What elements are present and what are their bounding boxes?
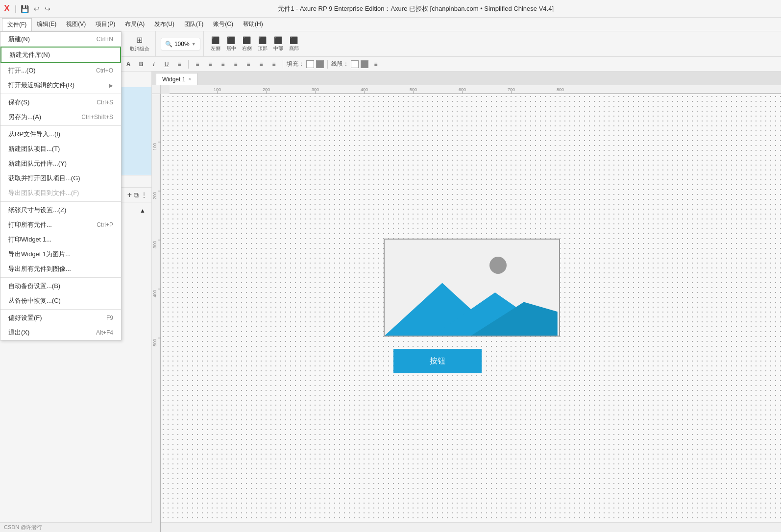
menu-new-team-library[interactable]: 新建团队元件库...(Y) bbox=[0, 156, 121, 171]
menu-new-team-project[interactable]: 新建团队项目...(T) bbox=[0, 142, 121, 156]
align-right-label: 右侧 bbox=[242, 45, 252, 52]
fill-color-box[interactable] bbox=[306, 60, 314, 68]
underline-button[interactable]: U bbox=[161, 59, 172, 70]
canvas-tab-close-icon[interactable]: × bbox=[188, 76, 191, 82]
align-middle-fmt-button[interactable]: ≡ bbox=[256, 59, 267, 70]
horizontal-ruler: 100 200 300 400 500 600 700 bbox=[170, 85, 781, 94]
bold-button[interactable]: B bbox=[136, 59, 146, 70]
menu-recent-label: 打开最近编辑的文件(R) bbox=[8, 81, 74, 90]
menu-new-shortcut: Ctrl+N bbox=[97, 36, 113, 43]
align-bottom-button[interactable]: ⬛ 底部 bbox=[287, 35, 301, 53]
align-center-button[interactable]: ⬛ 居中 bbox=[224, 35, 238, 53]
menu-item-publish[interactable]: 发布(U) bbox=[149, 18, 179, 30]
button-widget[interactable]: 按钮 bbox=[393, 349, 482, 373]
svg-text:200: 200 bbox=[152, 192, 157, 199]
menu-item-team[interactable]: 团队(T) bbox=[179, 18, 208, 30]
menu-open-label: 打开...(O) bbox=[8, 66, 36, 75]
align-top-button[interactable]: ⬛ 顶部 bbox=[256, 35, 269, 53]
menu-export-all-img-label: 导出所有元件到图像... bbox=[8, 265, 71, 273]
zoom-dropdown-icon: ▼ bbox=[192, 42, 196, 47]
align-middle-button[interactable]: ⬛ 中部 bbox=[271, 35, 285, 53]
widget-section-arrow[interactable]: ▲ bbox=[140, 207, 146, 214]
ungroup-button[interactable]: ⊞ 取消组合 bbox=[127, 33, 152, 54]
menu-item-file[interactable]: 文件(F) bbox=[2, 18, 32, 31]
svg-text:400: 400 bbox=[152, 290, 157, 297]
image-widget[interactable] bbox=[384, 239, 560, 337]
menu-import-rp[interactable]: 从RP文件导入...(I) bbox=[0, 127, 121, 142]
menu-save-shortcut: Ctrl+S bbox=[97, 99, 113, 106]
stroke-dark-box[interactable] bbox=[361, 60, 368, 68]
fill-dark-color-box[interactable] bbox=[316, 60, 324, 68]
align-right-icon: ⬛ bbox=[243, 36, 251, 44]
menu-get-team-project[interactable]: 获取并打开团队项目...(G) bbox=[0, 171, 121, 186]
menu-save-label: 保存(S) bbox=[8, 98, 29, 107]
menu-item-project[interactable]: 项目(P) bbox=[91, 18, 120, 30]
menu-new-library[interactable]: 新建元件库(N) bbox=[0, 47, 121, 63]
add-widget-button[interactable]: + bbox=[127, 191, 132, 199]
zoom-section: 🔍 100% ▼ bbox=[158, 31, 204, 56]
menu-print-widget1-label: 打印Widget 1... bbox=[8, 235, 51, 244]
menu-item-edit[interactable]: 编辑(E) bbox=[32, 18, 61, 30]
menu-import-rp-label: 从RP文件导入...(I) bbox=[8, 130, 60, 139]
stroke-more[interactable]: ≡ bbox=[370, 59, 381, 70]
align-left-icon: ⬛ bbox=[211, 36, 220, 44]
menu-exit-shortcut: Alt+F4 bbox=[96, 329, 113, 336]
menu-item-layout[interactable]: 布局(A) bbox=[120, 18, 149, 30]
menu-print-widget1[interactable]: 打印Widget 1... bbox=[0, 232, 121, 247]
dd-sep5 bbox=[0, 309, 121, 310]
canvas-tabs: Widget 1 × bbox=[152, 72, 781, 85]
menu-item-view[interactable]: 视图(V) bbox=[61, 18, 91, 30]
title-text: 元件1 - Axure RP 9 Enterprise Edition：Axur… bbox=[54, 4, 777, 13]
align-center-fmt-button[interactable]: ≡ bbox=[205, 59, 216, 70]
menu-preferences[interactable]: 偏好设置(F) F9 bbox=[0, 311, 121, 325]
copy-widget-button[interactable]: ⧉ bbox=[134, 191, 139, 199]
align-right-fmt-button[interactable]: ≡ bbox=[218, 59, 228, 70]
align-left-button[interactable]: ⬛ 左侧 bbox=[209, 35, 222, 53]
menu-restore-backup[interactable]: 从备份中恢复...(C) bbox=[0, 293, 121, 308]
menu-export-all-img[interactable]: 导出所有元件到图像... bbox=[0, 262, 121, 276]
stroke-color-box[interactable] bbox=[351, 60, 359, 68]
ungroup-label: 取消组合 bbox=[130, 46, 149, 52]
menu-recent[interactable]: 打开最近编辑的文件(R) ▶ bbox=[0, 78, 121, 93]
menu-item-help[interactable]: 帮助(H) bbox=[238, 18, 268, 30]
align-right-button[interactable]: ⬛ 右侧 bbox=[240, 35, 254, 53]
italic-button[interactable]: I bbox=[148, 59, 159, 70]
zoom-icon: 🔍 bbox=[165, 41, 172, 48]
list-button[interactable]: ≡ bbox=[174, 59, 185, 70]
fmt-sep3 bbox=[283, 60, 283, 69]
align-top-fmt-button[interactable]: ≡ bbox=[243, 59, 254, 70]
menu-exit[interactable]: 退出(X) Alt+F4 bbox=[0, 325, 121, 340]
menu-auto-backup[interactable]: 自动备份设置...(B) bbox=[0, 279, 121, 293]
align-left-fmt-button[interactable]: ≡ bbox=[192, 59, 203, 70]
zoom-value: 100% bbox=[174, 41, 190, 48]
align-bottom-fmt-button[interactable]: ≡ bbox=[268, 59, 279, 70]
canvas-grid[interactable]: 按钮 bbox=[161, 94, 781, 532]
save-icon[interactable]: 💾 bbox=[20, 4, 30, 14]
align-middle-icon: ⬛ bbox=[274, 36, 282, 44]
canvas-tab-widget1[interactable]: Widget 1 × bbox=[156, 73, 197, 85]
menu-new[interactable]: 新建(N) Ctrl+N bbox=[0, 32, 121, 47]
font-color-button[interactable]: A bbox=[123, 59, 134, 70]
menu-bar: 文件(F) 编辑(E) 视图(V) 项目(P) 布局(A) 发布(U) 团队(T… bbox=[0, 18, 781, 31]
zoom-control[interactable]: 🔍 100% ▼ bbox=[161, 38, 200, 50]
align-section: ⬛ 左侧 ⬛ 居中 ⬛ 右侧 ⬛ 顶部 ⬛ 中部 ⬛ 底部 bbox=[206, 31, 304, 56]
sep1: | bbox=[15, 4, 17, 13]
menu-print-all[interactable]: 打印所有元件... Ctrl+P bbox=[0, 218, 121, 232]
menu-saveas-shortcut: Ctrl+Shift+S bbox=[81, 114, 113, 121]
canvas-content: 100 200 300 400 500 bbox=[152, 94, 781, 532]
ungroup-icon: ⊞ bbox=[136, 35, 143, 45]
menu-save[interactable]: 保存(S) Ctrl+S bbox=[0, 95, 121, 110]
menu-export-widget1-img[interactable]: 导出Widget 1为图片... bbox=[0, 247, 121, 262]
menu-item-account[interactable]: 账号(C) bbox=[208, 18, 238, 30]
more-widget-button[interactable]: ⋮ bbox=[141, 191, 147, 199]
undo-icon[interactable]: ↩ bbox=[33, 4, 41, 14]
fill-label: 填充： bbox=[287, 60, 304, 68]
menu-open[interactable]: 打开...(O) Ctrl+O bbox=[0, 63, 121, 78]
redo-icon[interactable]: ↪ bbox=[44, 4, 51, 14]
menu-saveas[interactable]: 另存为...(A) Ctrl+Shift+S bbox=[0, 110, 121, 124]
menu-paper-size[interactable]: 纸张尺寸与设置...(Z) bbox=[0, 203, 121, 218]
align-justify-fmt-button[interactable]: ≡ bbox=[230, 59, 241, 70]
stroke-label: 线段： bbox=[331, 60, 349, 68]
canvas-tab-label: Widget 1 bbox=[162, 76, 185, 83]
align-center-icon: ⬛ bbox=[227, 36, 235, 44]
